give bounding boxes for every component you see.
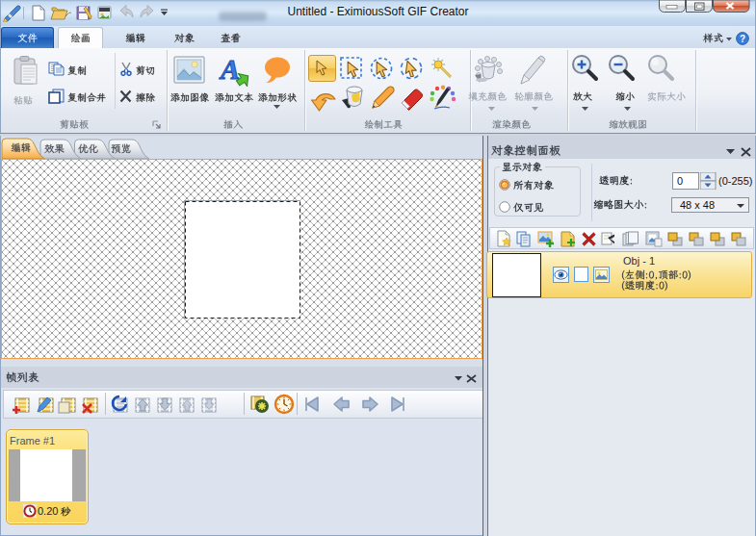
svg-text:?: ? <box>740 34 745 44</box>
